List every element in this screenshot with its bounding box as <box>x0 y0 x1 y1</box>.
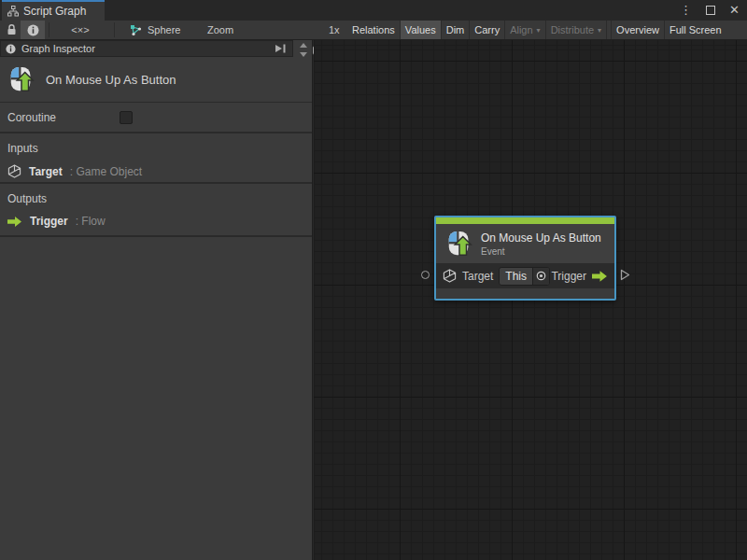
node-title: On Mouse Up As Button <box>481 231 601 245</box>
graph-target-name: Sphere <box>148 24 180 35</box>
zoom-label: Zoom <box>207 21 233 39</box>
game-object-cube-icon <box>7 164 21 178</box>
chevron-up-icon[interactable] <box>300 43 307 48</box>
port-type: : Game Object <box>70 165 142 178</box>
target-port-label: Target <box>462 270 493 283</box>
toolbar-gap <box>607 21 611 39</box>
toolbar-button-group: Relations Values Dim Carry Align ▾ Distr… <box>347 21 726 39</box>
zoom-value: 1x <box>329 21 340 39</box>
value-input-port[interactable] <box>421 271 430 279</box>
titlebar: Script Graph ⋮ ✕ <box>0 0 747 21</box>
graph-target-button[interactable]: Sphere <box>130 21 180 39</box>
event-node-on-mouse-up-as-button[interactable]: On Mouse Up As Button Event Target This <box>434 216 616 301</box>
distribute-dropdown[interactable]: Distribute ▾ <box>546 21 606 39</box>
chevron-down-icon: ▾ <box>598 26 601 35</box>
window-menu-icon[interactable]: ⋮ <box>680 0 692 21</box>
inputs-section: Inputs Target : Game Object <box>0 133 312 184</box>
dim-button[interactable]: Dim <box>442 21 470 39</box>
script-graph-asset-icon <box>130 24 142 36</box>
graph-hierarchy-icon <box>7 6 19 17</box>
window-maximize-icon[interactable] <box>706 6 715 15</box>
flow-arrow-icon <box>7 217 22 227</box>
node-subtitle: Event <box>481 246 601 257</box>
flow-output-port[interactable] <box>620 269 630 281</box>
event-color-bar <box>436 217 614 224</box>
relations-button[interactable]: Relations <box>347 21 400 39</box>
graph-canvas[interactable]: On Mouse Up As Button Event Target This <box>314 40 747 560</box>
tab-script-graph[interactable]: Script Graph <box>2 0 105 21</box>
dock-panel-icon[interactable] <box>275 43 288 54</box>
chevron-down-icon: ▾ <box>537 26 541 35</box>
carry-button[interactable]: Carry <box>470 21 504 39</box>
window-close-icon[interactable]: ✕ <box>729 0 740 21</box>
this-object-chip[interactable]: This <box>499 267 550 286</box>
info-icon <box>27 24 39 36</box>
tab-label: Script Graph <box>23 5 86 18</box>
graph-inspector-header[interactable]: Graph Inspector <box>0 40 293 57</box>
mouse-up-event-icon <box>7 65 35 93</box>
toolbar-separator <box>49 22 49 37</box>
trigger-port-label: Trigger <box>551 270 586 283</box>
target-dot-icon[interactable] <box>532 267 549 286</box>
node-header[interactable]: On Mouse Up As Button Event <box>436 224 614 263</box>
game-object-cube-icon <box>443 269 457 283</box>
node-port-row: Target This Trigger <box>436 263 614 288</box>
align-dropdown[interactable]: Align ▾ <box>505 21 544 39</box>
inspector-title: Graph Inspector <box>21 43 95 54</box>
toolbar-separator <box>114 22 115 37</box>
values-button[interactable]: Values <box>401 21 441 39</box>
inputs-header: Inputs <box>7 142 304 155</box>
port-name: Trigger <box>30 215 68 228</box>
node-footer <box>436 288 614 299</box>
this-label: This <box>500 270 532 283</box>
coroutine-row: Coroutine <box>0 103 312 133</box>
inspector-toggle-button[interactable] <box>21 21 45 39</box>
unit-title: On Mouse Up As Button <box>46 73 176 87</box>
outputs-header: Outputs <box>7 192 304 205</box>
info-icon <box>6 44 16 54</box>
outputs-section: Outputs Trigger : Flow <box>0 184 312 237</box>
port-name: Target <box>29 165 63 178</box>
code-icon: <×> <box>71 24 89 35</box>
input-port-row: Target : Game Object <box>7 164 304 178</box>
output-port-row: Trigger : Flow <box>7 215 304 228</box>
coroutine-label: Coroutine <box>7 111 56 124</box>
full-screen-button[interactable]: Full Screen <box>665 21 726 39</box>
mouse-up-event-icon <box>445 230 473 258</box>
unit-header: On Mouse Up As Button <box>0 57 312 103</box>
lock-icon[interactable] <box>6 21 18 39</box>
code-view-button[interactable]: <×> <box>67 21 93 39</box>
flow-arrow-icon <box>592 271 608 282</box>
graph-inspector-panel: Graph Inspector On Mouse Up As Button Co… <box>0 40 313 560</box>
coroutine-checkbox[interactable] <box>120 111 133 124</box>
overview-button[interactable]: Overview <box>612 21 664 39</box>
port-type: : Flow <box>76 215 106 228</box>
graph-toolbar: <×> Sphere Zoom 1x Relations Values Dim … <box>0 21 747 40</box>
